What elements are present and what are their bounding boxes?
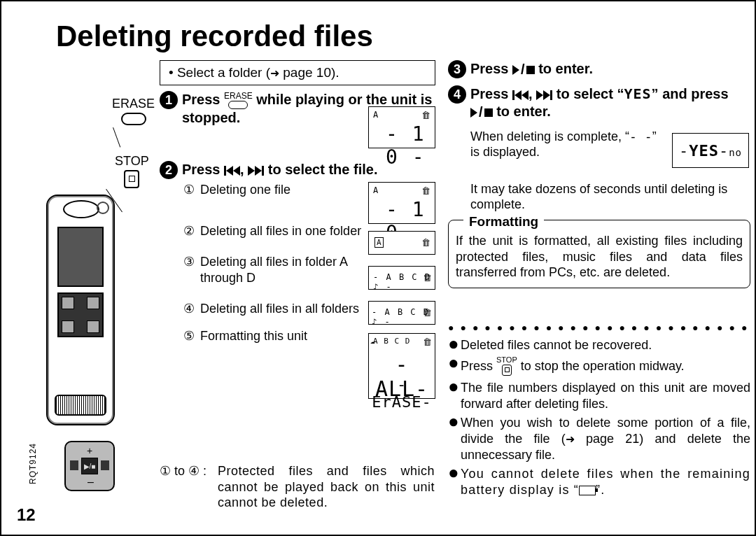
t: The file numbers displayed on this unit …: [461, 380, 750, 412]
play-stop-icon: /: [470, 104, 493, 121]
battery-empty-icon: [579, 486, 596, 495]
n: ⑤: [183, 328, 197, 344]
step-2-text: Press , to select the file.: [182, 161, 377, 178]
note-3: ●The file numbers displayed on this unit…: [448, 380, 750, 412]
opt-4: ④Deleting all files in all folders: [183, 301, 367, 317]
step-badge: 3: [448, 60, 466, 78]
opt-5: ⑤Formatting this unit: [183, 328, 367, 344]
next-icon: [248, 166, 264, 176]
t: ERASE: [224, 91, 253, 101]
txt: Protected files and files which cannot b…: [218, 463, 435, 511]
device-mic: [97, 202, 109, 214]
t: A B C D: [373, 337, 410, 346]
t: Press: [470, 61, 512, 76]
step-badge: 1: [160, 91, 178, 109]
opt-1: ①Deleting one file: [183, 182, 367, 198]
t: Press: [470, 86, 512, 101]
step-3: 3 Press / to enter.: [448, 60, 749, 78]
lcd-opt5: A B C D ☁ -ALL- -ErASE-: [368, 333, 435, 399]
callout-line: [113, 127, 120, 148]
t: You cannot delete files when the remaini…: [461, 467, 750, 497]
formatting-box: If the unit is formatted, all existing f…: [448, 220, 750, 288]
bullet-icon: ●: [448, 337, 461, 350]
step-badge: 4: [448, 85, 466, 104]
lbl: ① to ④ :: [160, 463, 214, 479]
t: Deleting all files in folder A through D: [200, 254, 367, 285]
plus-icon: +: [87, 445, 92, 456]
erase-text: ERASE: [112, 97, 155, 111]
key: [62, 320, 74, 333]
dash-icon: - -: [629, 129, 652, 143]
trash-icon: [423, 307, 432, 318]
intro-suffix: page 10).: [279, 65, 340, 80]
trash-icon: [423, 272, 432, 283]
yes-seg: YES: [624, 85, 651, 102]
t: to enter.: [538, 61, 593, 76]
step-badge: 2: [160, 161, 178, 179]
step-4-text: Press , to select “YES” and press / to e…: [470, 85, 749, 121]
t: STOP: [496, 355, 517, 364]
erase-button-inline: ERASE: [224, 92, 253, 109]
page-title: Deleting recorded files: [56, 20, 373, 53]
t: Press: [182, 92, 224, 107]
lcd-opt2: A: [368, 231, 435, 255]
device-top: [63, 200, 99, 218]
left-key: [70, 460, 78, 470]
lcd-opt4: - A B C D ♪ -: [368, 301, 435, 325]
page-number: 12: [17, 505, 36, 525]
device-screen: [57, 227, 104, 287]
opt-3: ③Deleting all files in folder A through …: [183, 254, 367, 285]
key: [87, 320, 99, 333]
next-icon: [536, 90, 552, 100]
arrow-icon: [270, 65, 279, 80]
note-1: ●Deleted files cannot be recovered.: [448, 337, 750, 353]
trash-icon: [421, 110, 430, 120]
lcd-step1: A - 1 0 -: [368, 106, 435, 148]
t: Deleted files cannot be recovered.: [461, 337, 652, 353]
trash-icon: [423, 337, 432, 347]
t: Formatting this unit: [200, 328, 307, 344]
recorder-illustration: [46, 195, 115, 425]
t: to stop the operation midway.: [517, 359, 685, 373]
step-2: 2 Press , to select the file.: [160, 161, 437, 179]
play-stop-icon: /: [512, 61, 535, 78]
n: ④: [183, 301, 197, 317]
prev-icon: [512, 90, 528, 100]
stop-button-icon: [124, 170, 139, 188]
lcd-opt3: - A B C D ♪ -: [368, 266, 435, 290]
device-speaker: [55, 395, 106, 416]
t: to enter.: [496, 104, 551, 119]
right-key: [101, 460, 109, 470]
label-erase: ERASE: [112, 97, 155, 129]
stop-text: STOP: [115, 154, 149, 168]
step-3-text: Press / to enter.: [470, 60, 593, 78]
delete-options: ①Deleting one file ②Deleting all files i…: [183, 182, 367, 344]
key: [87, 297, 99, 309]
label-stop: STOP: [115, 154, 149, 192]
intro-box: • Select a folder ( page 10).: [160, 60, 435, 85]
protected-note: ① to ④ : Protected files and files which…: [160, 463, 437, 511]
document-id: RQT9124: [28, 443, 38, 484]
n: ②: [183, 223, 197, 239]
center-key: ▶/■: [81, 458, 98, 474]
formatting-title: Formatting: [463, 214, 544, 230]
trash-icon: [421, 185, 430, 196]
opt-2: ②Deleting all files in one folder: [183, 223, 367, 239]
formatting-body: If the unit is formatted, all existing f…: [456, 234, 743, 279]
erase-button-icon: [121, 113, 146, 125]
bullet-icon: ●: [448, 415, 461, 428]
bullet-icon: ●: [448, 356, 461, 369]
t: Press STOP to stop the operation midway.: [461, 356, 685, 377]
t: When you wish to delete some portion of …: [461, 415, 750, 463]
note-4: ●When you wish to delete some portion of…: [448, 415, 750, 463]
minus-icon: –: [88, 476, 94, 488]
notes-list: ●Deleted files cannot be recovered. ●Pre…: [448, 337, 750, 501]
t: to select “: [556, 86, 624, 101]
t: -ErASE-: [369, 376, 435, 411]
t: to select the file.: [268, 162, 378, 177]
may-take-text: It may take dozens of seconds until dele…: [470, 182, 750, 212]
n: ①: [183, 182, 197, 198]
n: ③: [183, 254, 197, 270]
intro-prefix: • Select a folder (: [169, 65, 270, 80]
nav-pad-illustration: + ▶/■ –: [64, 441, 115, 491]
